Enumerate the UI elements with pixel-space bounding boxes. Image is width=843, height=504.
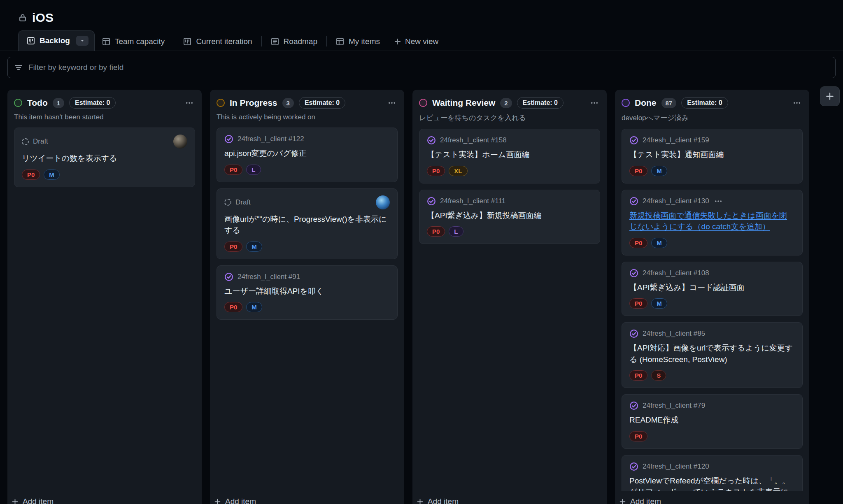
column-count-badge: 2 bbox=[500, 98, 512, 108]
view-options-button[interactable] bbox=[76, 36, 88, 46]
card-title: 【API対応】画像をurlで表示するように変更する (HomeScreen, P… bbox=[629, 342, 795, 365]
label-pill[interactable]: P0 bbox=[224, 165, 242, 175]
label-pill[interactable]: M bbox=[246, 242, 262, 252]
card[interactable]: Draft画像urlが""の時に、ProgressView()を非表示にするP0… bbox=[217, 188, 398, 259]
table-icon bbox=[102, 37, 110, 46]
card[interactable]: 24fresh_l_client #79README作成P0 bbox=[622, 394, 803, 449]
project-icon bbox=[27, 37, 35, 45]
column-estimate-badge: Estimate: 0 bbox=[299, 97, 345, 109]
column-name: Waiting Review bbox=[432, 98, 495, 108]
label-pill[interactable]: M bbox=[44, 170, 60, 180]
label-pill[interactable]: M bbox=[651, 238, 667, 248]
new-view-button[interactable]: New view bbox=[387, 33, 445, 51]
card[interactable]: 24fresh_l_client #91ユーザー詳細取得APIを叩くP0M bbox=[217, 265, 398, 320]
card-title: 【テスト実装】通知画面編 bbox=[629, 149, 795, 160]
filter-box bbox=[7, 57, 836, 78]
add-column-button[interactable] bbox=[820, 86, 840, 106]
tab-divider bbox=[174, 36, 174, 46]
issue-closed-icon bbox=[427, 197, 436, 206]
card-title: リツイートの数を表示する bbox=[22, 153, 187, 164]
card-labels: P0 bbox=[629, 431, 795, 441]
card[interactable]: 24fresh_l_client #158【テスト実装】ホーム画面編P0XL bbox=[419, 129, 600, 183]
add-item-button[interactable]: Add item bbox=[615, 491, 809, 504]
column-menu-button[interactable] bbox=[791, 97, 803, 109]
column-estimate-badge: Estimate: 0 bbox=[69, 97, 116, 109]
filter-input[interactable] bbox=[28, 63, 829, 72]
label-pill[interactable]: XL bbox=[449, 166, 467, 176]
card-source-row: 24fresh_l_client #158 bbox=[427, 136, 592, 145]
table-icon bbox=[336, 37, 344, 46]
card-source-label: Draft bbox=[33, 137, 48, 146]
add-item-button[interactable]: Add item bbox=[412, 491, 607, 504]
column-waiting-review: Waiting Review2Estimate: 0レビューを待ちのタスクを入れ… bbox=[412, 90, 607, 504]
label-pill[interactable]: P0 bbox=[22, 170, 40, 180]
column-menu-button[interactable] bbox=[386, 97, 398, 109]
roadmap-icon bbox=[271, 37, 279, 46]
card-source-label: 24fresh_l_client #108 bbox=[643, 269, 709, 277]
tab-roadmap[interactable]: Roadmap bbox=[263, 33, 325, 51]
label-pill[interactable]: P0 bbox=[427, 226, 445, 237]
label-pill[interactable]: P0 bbox=[629, 166, 647, 176]
label-pill[interactable]: M bbox=[651, 166, 667, 176]
column-header: Waiting Review2Estimate: 0 bbox=[419, 97, 600, 109]
issue-closed-icon bbox=[629, 136, 638, 145]
card-title: 【API繋ぎ込み】コード認証画面 bbox=[629, 282, 795, 293]
label-pill[interactable]: M bbox=[651, 298, 667, 309]
label-pill[interactable]: M bbox=[246, 302, 262, 312]
tab-team-capacity[interactable]: Team capacity bbox=[95, 33, 172, 51]
label-pill[interactable]: P0 bbox=[224, 242, 242, 252]
card[interactable]: 24fresh_l_client #120PostViewでRefeedが空欄だ… bbox=[622, 455, 803, 491]
card[interactable]: 24fresh_l_client #122api.json変更のバグ修正P0L bbox=[217, 128, 398, 182]
label-pill[interactable]: P0 bbox=[629, 370, 647, 381]
card-labels: P0S bbox=[629, 370, 795, 381]
column-cards: 24fresh_l_client #159【テスト実装】通知画面編P0M24fr… bbox=[622, 129, 803, 491]
card[interactable]: 24fresh_l_client #130新規投稿画面で通信失敗したときは画面を… bbox=[622, 190, 803, 255]
label-pill[interactable]: P0 bbox=[629, 298, 647, 309]
card[interactable]: 24fresh_l_client #159【テスト実装】通知画面編P0M bbox=[622, 129, 803, 183]
tab-current-iteration[interactable]: Current iteration bbox=[176, 33, 259, 51]
card-source-row: 24fresh_l_client #130 bbox=[629, 197, 795, 206]
column-count-badge: 1 bbox=[53, 98, 64, 108]
card[interactable]: 24fresh_l_client #108【API繋ぎ込み】コード認証画面P0M bbox=[622, 262, 803, 316]
add-item-button[interactable]: Add item bbox=[210, 491, 404, 504]
column-name: In Progress bbox=[230, 98, 277, 108]
column-cards: 24fresh_l_client #158【テスト実装】ホーム画面編P0XL24… bbox=[419, 129, 600, 491]
column-in-progress: In Progress3Estimate: 0This is actively … bbox=[210, 90, 404, 504]
label-pill[interactable]: P0 bbox=[224, 302, 242, 312]
card[interactable]: 24fresh_l_client #85【API対応】画像をurlで表示するよう… bbox=[622, 322, 803, 388]
column-menu-button[interactable] bbox=[589, 97, 600, 109]
label-pill[interactable]: P0 bbox=[629, 238, 647, 248]
card-labels: P0L bbox=[427, 226, 592, 237]
column-menu-button[interactable] bbox=[184, 97, 195, 109]
column-todo: Todo1Estimate: 0This item hasn't been st… bbox=[7, 90, 202, 504]
card-source-row: 24fresh_l_client #79 bbox=[629, 401, 795, 410]
card[interactable]: 24fresh_l_client #111【API繋ぎ込み】新規投稿画面編P0L bbox=[419, 190, 600, 244]
card-labels: P0L bbox=[224, 165, 390, 175]
card-title: 画像urlが""の時に、ProgressView()を非表示にする bbox=[224, 214, 390, 236]
plus-icon bbox=[417, 498, 424, 504]
column-header: Todo1Estimate: 0 bbox=[14, 97, 195, 109]
card-source-row: 24fresh_l_client #111 bbox=[427, 197, 592, 206]
card-source-row: Draft bbox=[22, 135, 187, 149]
card-labels: P0M bbox=[224, 302, 390, 312]
add-item-button[interactable]: Add item bbox=[7, 491, 202, 504]
card-source-label: 24fresh_l_client #122 bbox=[238, 135, 304, 143]
column-inner: Done87Estimate: 0developへマージ済み24fresh_l_… bbox=[615, 90, 809, 491]
label-pill[interactable]: P0 bbox=[629, 431, 647, 441]
card-source-label: 24fresh_l_client #120 bbox=[643, 462, 709, 471]
tab-divider bbox=[261, 36, 262, 46]
column-header: In Progress3Estimate: 0 bbox=[217, 97, 398, 109]
tab-backlog[interactable]: Backlog bbox=[18, 30, 95, 51]
tab-my-items[interactable]: My items bbox=[328, 33, 387, 51]
label-pill[interactable]: L bbox=[246, 165, 261, 175]
column-count-badge: 87 bbox=[661, 98, 677, 108]
card[interactable]: Draftリツイートの数を表示するP0M bbox=[14, 128, 195, 187]
card-source-label: 24fresh_l_client #85 bbox=[643, 330, 705, 338]
assignee-avatar bbox=[376, 195, 390, 209]
label-pill[interactable]: P0 bbox=[427, 166, 445, 176]
card-menu-button[interactable] bbox=[714, 197, 722, 205]
card-title-link[interactable]: 新規投稿画面で通信失敗したときは画面を閉じないようにする（do catch文を追… bbox=[629, 210, 795, 232]
label-pill[interactable]: S bbox=[651, 370, 666, 381]
label-pill[interactable]: L bbox=[449, 226, 463, 237]
status-dot bbox=[419, 99, 427, 107]
